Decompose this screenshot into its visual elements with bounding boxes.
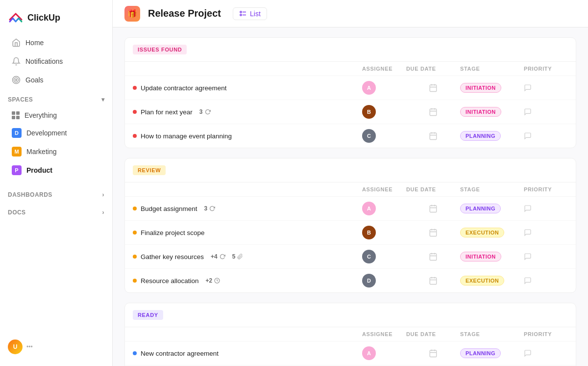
- task-label: Update contractor agreement: [141, 84, 227, 92]
- sidebar-item-everything[interactable]: Everything: [4, 107, 108, 123]
- sidebar: ClickUp Home Notifications Goals Spaces …: [0, 0, 113, 366]
- due-date-cell[interactable]: [406, 83, 460, 92]
- due-date-cell[interactable]: [406, 131, 460, 140]
- project-title: Release Project: [148, 8, 221, 19]
- view-toggle[interactable]: List: [233, 7, 267, 20]
- assignee-cell: B: [362, 226, 406, 239]
- development-initial: D: [15, 130, 19, 136]
- view-label: List: [250, 10, 261, 18]
- task-name-cell: How to manage event planning: [133, 132, 362, 140]
- col-task: [133, 66, 362, 72]
- col-task: [133, 186, 362, 192]
- sidebar-item-development[interactable]: D Development: [4, 124, 108, 142]
- section-ready: READY ASSIGNEE DUE DATE STAGE PRIORITY N…: [124, 303, 576, 366]
- badge-ready: READY: [133, 310, 163, 320]
- goal-icon: [12, 76, 21, 84]
- task-meta: +2: [206, 277, 220, 284]
- task-meta: 3: [199, 108, 211, 115]
- sidebar-item-product[interactable]: P Product: [4, 161, 108, 179]
- table-column-headers: ASSIGNEE DUE DATE STAGE PRIORITY: [125, 183, 576, 197]
- sidebar-item-goals[interactable]: Goals: [4, 71, 108, 89]
- priority-cell[interactable]: [524, 277, 568, 285]
- priority-cell[interactable]: [524, 132, 568, 140]
- task-dot: [133, 86, 137, 90]
- topbar: 🎁 Release Project List: [113, 0, 588, 27]
- svg-rect-7: [430, 85, 437, 92]
- sidebar-item-home[interactable]: Home: [4, 34, 108, 52]
- stage-cell: INITIATION: [460, 83, 524, 93]
- section-header-ready: READY: [125, 303, 576, 327]
- app-name: ClickUp: [27, 13, 60, 23]
- svg-rect-3: [240, 11, 242, 13]
- priority-cell[interactable]: [524, 349, 568, 357]
- table-row[interactable]: Plan for next year 3 B INITIATION: [125, 100, 576, 124]
- marketing-dot: M: [12, 147, 22, 157]
- priority-cell[interactable]: [524, 108, 568, 116]
- sidebar-home-label: Home: [25, 39, 44, 47]
- task-label: Finalize project scope: [141, 229, 205, 236]
- sidebar-item-marketing[interactable]: M Marketing: [4, 143, 108, 160]
- table-row[interactable]: Update contractor agreement A INITIATION: [125, 76, 576, 100]
- avatar: D: [362, 274, 376, 288]
- table-row[interactable]: Resource allocation +2 D EXECUTION: [125, 269, 576, 292]
- task-dot: [133, 351, 137, 355]
- stage-cell: INITIATION: [460, 252, 524, 261]
- priority-cell[interactable]: [524, 84, 568, 92]
- table-row[interactable]: Gather key resources +4 5 C INITIATION: [125, 245, 576, 269]
- col-stage: STAGE: [460, 186, 524, 192]
- table-row[interactable]: How to manage event planning C PLANNING: [125, 124, 576, 148]
- user-avatar[interactable]: U: [8, 340, 23, 354]
- task-dot: [133, 279, 137, 283]
- stage-badge: PLANNING: [460, 348, 501, 358]
- due-date-cell[interactable]: [406, 252, 460, 261]
- svg-rect-19: [430, 206, 437, 212]
- sidebar-notifications-label: Notifications: [25, 57, 63, 65]
- task-name-cell: Plan for next year 3: [133, 108, 362, 116]
- assignee-cell: A: [362, 346, 406, 360]
- assignee-cell: A: [362, 81, 406, 95]
- svg-rect-11: [430, 109, 437, 116]
- assignee-cell: B: [362, 105, 406, 119]
- stage-badge: INITIATION: [460, 252, 501, 261]
- avatar: C: [362, 129, 376, 143]
- dashboards-chevron-icon[interactable]: ›: [102, 191, 104, 198]
- priority-cell[interactable]: [524, 229, 568, 236]
- due-date-cell[interactable]: [406, 276, 460, 285]
- priority-cell[interactable]: [524, 205, 568, 212]
- due-date-cell[interactable]: [406, 228, 460, 237]
- avatar: A: [362, 81, 376, 95]
- sidebar-development-label: Development: [26, 129, 67, 137]
- docs-section-header: Docs ›: [0, 202, 112, 220]
- col-priority: PRIORITY: [524, 186, 568, 192]
- task-attachment-meta: 5: [232, 253, 244, 260]
- due-date-cell[interactable]: [406, 349, 460, 358]
- docs-chevron-icon[interactable]: ›: [102, 209, 104, 216]
- task-name-cell: Resource allocation +2: [133, 277, 362, 285]
- svg-rect-32: [430, 278, 437, 285]
- product-initial: P: [15, 167, 18, 173]
- stage-badge: PLANNING: [460, 131, 501, 141]
- task-name-cell: Budget assignment 3: [133, 205, 362, 212]
- col-priority: PRIORITY: [524, 331, 568, 337]
- task-label: Plan for next year: [141, 108, 193, 116]
- list-view-icon: [239, 10, 247, 18]
- stage-badge: EXECUTION: [460, 276, 504, 286]
- logo[interactable]: ClickUp: [0, 6, 112, 33]
- stage-cell: INITIATION: [460, 107, 524, 117]
- avatar: B: [362, 105, 376, 119]
- table-row[interactable]: Budget assignment 3 A PLANNING: [125, 197, 576, 221]
- col-assignee: ASSIGNEE: [362, 66, 406, 72]
- svg-rect-15: [430, 133, 437, 140]
- due-date-cell[interactable]: [406, 204, 460, 213]
- table-row[interactable]: New contractor agreement A PLANNING: [125, 341, 576, 366]
- avatar: A: [362, 202, 376, 215]
- spaces-chevron-icon[interactable]: ▾: [101, 96, 104, 103]
- task-dot: [133, 110, 137, 114]
- priority-cell[interactable]: [524, 253, 568, 261]
- sidebar-item-notifications[interactable]: Notifications: [4, 52, 108, 70]
- spaces-section-header: Spaces ▾: [0, 89, 112, 107]
- table-row[interactable]: Finalize project scope B EXECUTION: [125, 221, 576, 245]
- due-date-cell[interactable]: [406, 107, 460, 116]
- svg-rect-23: [430, 230, 437, 236]
- stage-cell: PLANNING: [460, 204, 524, 213]
